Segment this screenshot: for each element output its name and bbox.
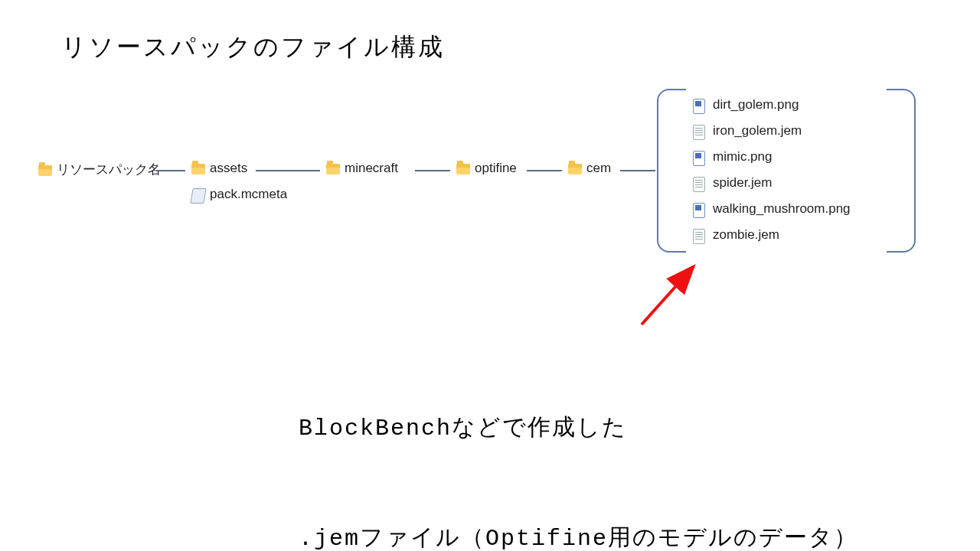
folder-icon [456,164,470,174]
brace-right-icon [887,89,916,253]
list-item: dirt_golem.png [693,92,851,118]
svg-line-1 [642,266,694,324]
connector-line [256,170,320,171]
file-label: zombie.jem [713,222,779,248]
list-item: walking_mushroom.png [693,196,851,222]
folder-label: リソースパック名 [57,161,161,178]
document-icon [693,125,705,140]
list-item: iron_golem.jem [693,118,851,144]
list-item: mimic.png [693,144,851,170]
page-title: リソースパックのファイル構成 [61,31,445,64]
folder-minecraft: minecraft [326,161,398,176]
document-icon [693,177,705,192]
image-file-icon [693,203,705,218]
annotation: BlockBenchなどで作成した .jemファイル（Optifine用のモデル… [299,337,858,551]
file-label: spider.jem [713,170,772,196]
file-label: pack.mcmeta [210,187,287,202]
file-label: walking_mushroom.png [713,196,851,222]
image-file-icon [693,151,705,166]
folder-label: cem [586,161,611,176]
document-icon [190,188,207,204]
folder-label: optifine [475,161,517,176]
folder-icon [191,164,205,174]
list-item: zombie.jem [693,222,851,248]
file-mcmeta: pack.mcmeta [191,187,287,202]
connector-line [620,170,655,171]
folder-assets: assets [191,161,247,176]
brace-left-icon [657,89,686,253]
note-line: BlockBenchなどで作成した [299,410,858,447]
note-line: .jemファイル（Optifine用のモデルのデータ） [299,520,858,551]
folder-icon [326,164,340,174]
list-item: spider.jem [693,170,851,196]
folder-optifine: optifine [456,161,517,176]
connector-line [415,170,450,171]
file-label: iron_golem.jem [713,118,802,144]
file-label: dirt_golem.png [713,92,799,118]
folder-cem: cem [568,161,611,176]
cem-file-list: dirt_golem.png iron_golem.jem mimic.png … [693,92,851,248]
folder-label: assets [210,161,247,176]
folder-icon [38,165,52,176]
document-icon [693,229,705,244]
folder-root: リソースパック名 [38,161,161,178]
file-label: mimic.png [713,144,772,170]
folder-label: minecraft [345,161,398,176]
folder-icon [568,164,582,174]
image-file-icon [693,99,705,114]
connector-line [156,170,185,171]
connector-line [527,170,562,171]
